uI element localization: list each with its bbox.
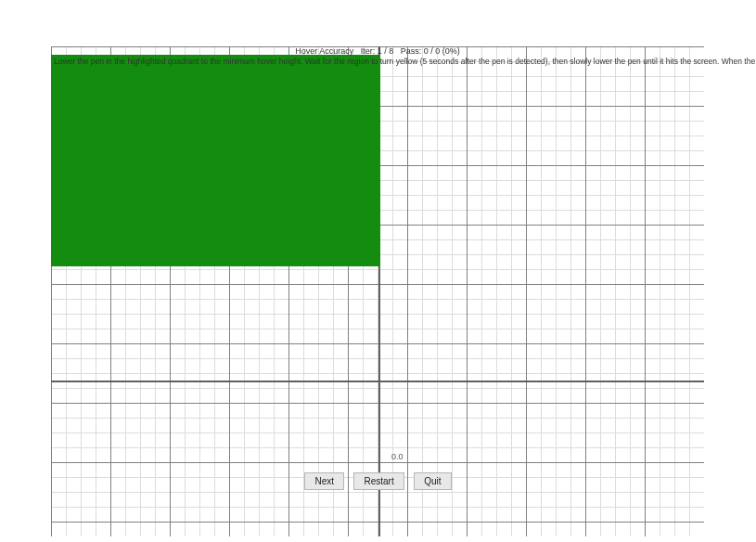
- axis-zero-label: 0.0: [391, 452, 404, 461]
- quit-button[interactable]: Quit: [414, 472, 451, 490]
- highlighted-quadrant[interactable]: [51, 55, 380, 266]
- axis-horizontal: [51, 381, 704, 382]
- app-stage: Hover Accuracy Iter: 1 / 8 Pass: 0 / 0 (…: [0, 0, 756, 542]
- button-row: Next Restart Quit: [0, 471, 756, 490]
- next-button[interactable]: Next: [304, 472, 344, 490]
- restart-button[interactable]: Restart: [353, 472, 404, 490]
